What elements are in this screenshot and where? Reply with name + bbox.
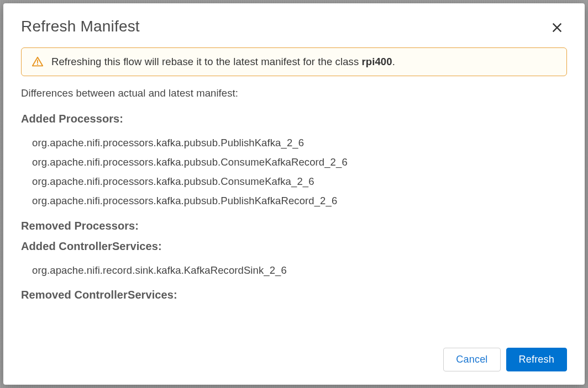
warning-icon: [32, 56, 44, 68]
list-item: org.apache.nifi.processors.kafka.pubsub.…: [32, 172, 567, 191]
alert-text: Refreshing this flow will rebase it to t…: [51, 56, 395, 68]
added-controller-services-heading: Added ControllerServices:: [21, 240, 567, 253]
svg-point-1: [37, 63, 38, 65]
close-button[interactable]: [547, 18, 567, 38]
modal-body: Refreshing this flow will rebase it to t…: [21, 47, 567, 334]
list-item: org.apache.nifi.processors.kafka.pubsub.…: [32, 133, 567, 152]
list-item: org.apache.nifi.processors.kafka.pubsub.…: [32, 152, 567, 172]
refresh-button[interactable]: Refresh: [506, 348, 567, 371]
modal-header: Refresh Manifest: [21, 18, 567, 38]
close-icon: [551, 22, 563, 34]
intro-text: Differences between actual and latest ma…: [21, 87, 567, 99]
removed-controller-services-heading: Removed ControllerServices:: [21, 289, 567, 301]
alert-suffix: .: [392, 56, 395, 67]
list-item: org.apache.nifi.processors.kafka.pubsub.…: [32, 191, 567, 210]
added-processors-heading: Added Processors:: [21, 113, 567, 125]
removed-processors-heading: Removed Processors:: [21, 220, 567, 232]
added-controller-services-list: org.apache.nifi.record.sink.kafka.KafkaR…: [21, 261, 567, 280]
modal-title: Refresh Manifest: [21, 18, 140, 35]
modal-footer: Cancel Refresh: [21, 334, 567, 371]
added-processors-list: org.apache.nifi.processors.kafka.pubsub.…: [21, 133, 567, 211]
warning-alert: Refreshing this flow will rebase it to t…: [21, 47, 567, 76]
alert-class-name: rpi400: [362, 56, 392, 67]
cancel-button[interactable]: Cancel: [443, 348, 500, 371]
refresh-manifest-modal: Refresh Manifest Refreshing this flow wi…: [3, 3, 585, 385]
alert-prefix: Refreshing this flow will rebase it to t…: [51, 56, 362, 67]
list-item: org.apache.nifi.record.sink.kafka.KafkaR…: [32, 261, 567, 280]
